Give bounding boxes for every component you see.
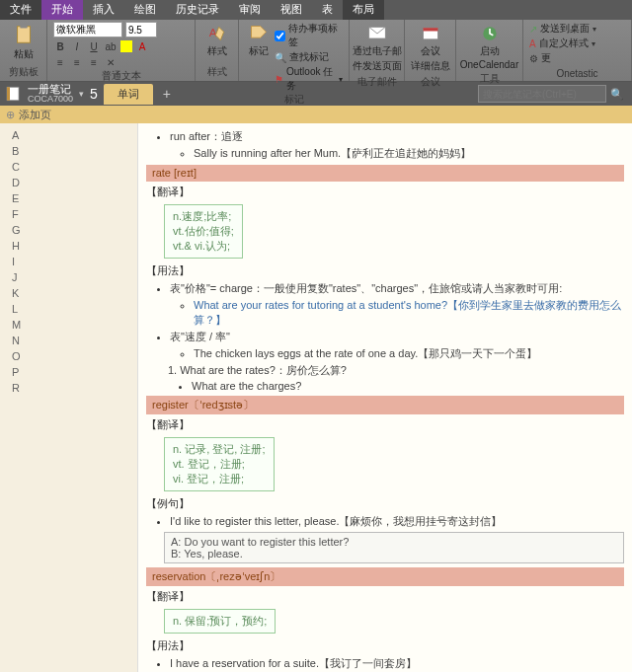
strike-button[interactable]: ab [104,39,118,53]
find-tag-icon[interactable]: 🔍 [275,52,286,63]
translation-box: n. 保留;预订，预约; [164,609,276,634]
text: n.速度;比率; [173,209,234,224]
text: The chicken lays eggs at the rate of one… [194,347,537,359]
text: I have a reservation for a suite.【我订了一间套… [170,657,417,669]
add-section-button[interactable]: + [153,83,181,105]
italic-button[interactable]: I [70,39,84,53]
styles-label: 样式 [207,44,227,58]
svg-rect-5 [423,28,437,31]
svg-rect-8 [7,87,10,101]
page-item[interactable]: N [0,333,137,348]
translation-box: n. 记录, 登记, 注册; vt. 登记，注册; vi. 登记，注册; [164,437,275,491]
tab-layout[interactable]: 布局 [343,0,384,20]
word-heading: reservation〔ˌrezəˈveɪʃn〕 [146,567,624,586]
bullets-button[interactable]: ≡ [53,55,67,69]
page-item[interactable]: R [0,380,137,396]
meeting-icon[interactable] [421,24,440,43]
text: vi. 登记，注册; [173,472,266,486]
tab-review[interactable]: 审阅 [229,0,271,20]
search-input[interactable] [478,85,606,103]
tab-more[interactable]: 表 [312,0,343,20]
text: B: Yes, please. [171,548,617,560]
tab-draw[interactable]: 绘图 [124,0,166,20]
tag-icon[interactable] [249,24,269,43]
notebook-sub: COCA7000 [28,95,73,104]
highlight-button[interactable] [120,40,132,52]
more-icon[interactable]: ⚙ [529,53,538,64]
onecal-group-label: 工具 [462,72,516,86]
page-item[interactable]: D [0,175,137,190]
page-item[interactable]: I [0,254,137,269]
font-color-button[interactable]: A [135,39,149,53]
styles-icon[interactable]: A [207,24,227,43]
outlook-icon[interactable]: ⚑ [275,74,283,85]
tab-history[interactable]: 历史记录 [166,0,229,20]
onecal-line1: 启动 [480,44,500,58]
email-icon[interactable] [367,24,387,43]
note-content[interactable]: run after：追逐 Sally is running after her … [138,123,632,672]
numbering-button[interactable]: ≡ [70,55,84,69]
page-item[interactable]: B [0,143,137,159]
add-page-label: 添加页 [19,108,51,122]
tab-home[interactable]: 开始 [41,0,83,20]
custom-style-icon[interactable]: A [529,38,536,49]
paste-icon[interactable] [13,22,35,47]
svg-rect-0 [17,27,30,43]
underline-button[interactable]: U [87,39,101,53]
onecalendar-icon[interactable] [480,24,500,43]
text: Sally is running after her Mum.【萨利正在追赶她的… [194,147,471,159]
label: 【用法】 [146,263,624,278]
section-tab[interactable]: 单词 [104,84,153,105]
custom-style-label: 自定义样式 [539,37,589,50]
clear-button[interactable]: ✕ [104,55,118,69]
email-line1: 通过电子邮 [353,44,402,58]
page-item[interactable]: K [0,285,137,301]
text: vt.估价;值得; [173,224,234,239]
page-item[interactable]: A [0,127,137,143]
page-item[interactable]: P [0,364,137,380]
meeting-line1: 会议 [421,44,440,58]
page-item[interactable]: G [0,222,137,238]
ribbon: 粘贴 剪贴板 B I U ab A ≡ ≡ ≡ ✕ 普通文 [0,20,632,82]
meeting-group-label: 会议 [411,75,449,89]
page-item[interactable]: H [0,238,137,254]
page-item[interactable]: E [0,190,137,206]
send-desktop-icon[interactable]: ↗ [529,24,537,35]
translation-box: n.速度;比率; vt.估价;值得; vt.& vi.认为; [164,204,243,259]
font-size-select[interactable] [125,22,157,37]
label: 【翻译】 [146,589,624,604]
email-group-label: 电子邮件 [356,75,398,89]
svg-text:A: A [208,26,216,38]
tab-view[interactable]: 视图 [271,0,312,20]
addpage-bar[interactable]: ⊕ 添加页 [0,106,632,123]
text: What are your rates for tutoring at a st… [194,299,621,326]
notebook-title[interactable]: 一册笔记 COCA7000 [22,84,79,104]
font-name-select[interactable] [53,22,122,37]
page-list-sidebar: A B C D E F G H I J K L M N O P R [0,123,138,672]
outlook-label: Outlook 任务 [286,65,336,93]
align-button[interactable]: ≡ [87,55,101,69]
label: 【翻译】 [146,417,624,432]
label: 【例句】 [146,496,624,511]
tab-insert[interactable]: 插入 [83,0,124,20]
todo-label: 待办事项标签 [288,22,343,49]
search-icon[interactable]: 🔍 [606,88,628,101]
add-page-icon: ⊕ [6,109,15,121]
notebook-icon[interactable] [4,85,22,103]
page-item[interactable]: M [0,317,137,333]
bold-button[interactable]: B [53,39,67,53]
email-line2: 件发送页面 [353,59,402,73]
label: 【翻译】 [146,185,624,199]
tab-file[interactable]: 文件 [0,0,41,20]
page-item[interactable]: C [0,159,137,175]
word-heading: rate [reɪt] [146,165,624,182]
clipboard-group-label: 剪贴板 [6,65,40,79]
menu-tabs: 文件 开始 插入 绘图 历史记录 审阅 视图 表 布局 [0,0,632,20]
onetastic-group-label: Onetastic [529,68,625,79]
page-item[interactable]: F [0,206,137,222]
more-label: 更 [541,51,551,65]
page-item[interactable]: J [0,269,137,285]
todo-checkbox[interactable] [275,31,285,41]
page-item[interactable]: O [0,348,137,364]
page-item[interactable]: L [0,301,137,317]
